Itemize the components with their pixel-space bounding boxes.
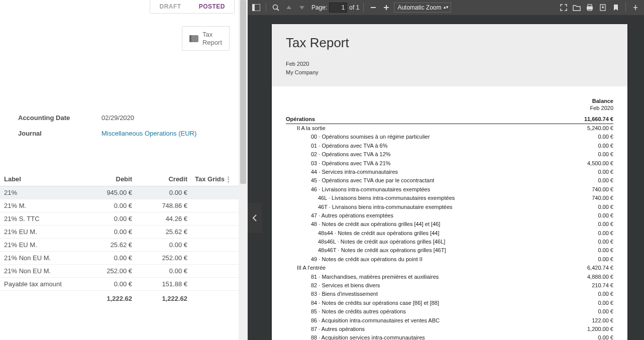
col-header-taxgrids[interactable]: Tax Grids — [187, 175, 225, 183]
book-icon — [189, 35, 198, 42]
search-icon[interactable] — [270, 2, 281, 13]
report-line: 01 · Opérations avec TVA à 6%0.00 € — [286, 142, 613, 150]
cell-label: 21% — [4, 189, 77, 196]
journal-value[interactable]: Miscellaneous Operations (EUR) — [101, 130, 196, 137]
report-line: 48s46L · Notes de crédit aux opérations … — [286, 238, 613, 246]
zoom-select[interactable]: Automatic Zoom ▴▾ — [394, 3, 451, 13]
report-line-amount: 0.00 € — [593, 133, 613, 141]
report-line: 47 · Autres opérations exemptées0.00 € — [286, 211, 613, 220]
zoom-out-icon[interactable] — [368, 2, 379, 13]
pdf-toolbar: Page: of 1 Automatic Zoom ▴▾ — [248, 0, 644, 15]
table-row[interactable]: 21% EU M.0.00 €25.62 € — [0, 225, 239, 239]
tab-posted[interactable]: POSTED — [189, 0, 235, 14]
kebab-icon[interactable]: ⋮ — [225, 175, 232, 183]
tax-report-button[interactable]: Tax Report — [182, 26, 230, 51]
cell-debit: 0.00 € — [77, 280, 132, 288]
cell-label: 21% S. TTC — [4, 215, 77, 222]
cell-label: 21% Non EU M. — [4, 254, 77, 262]
report-line: 85 · Notes de crédits autres opérations0… — [286, 307, 613, 316]
report-line-label: 84 · Notes de crédits sur opérations cas… — [286, 299, 439, 307]
left-scrollbar[interactable] — [239, 0, 248, 340]
table-row[interactable]: 21%945.00 €0.00 € — [0, 186, 239, 199]
table-row[interactable]: 21% Non EU M.0.00 €252.00 € — [0, 252, 239, 265]
report-line-label: 86 · Acquisition intra-communautaires et… — [286, 317, 440, 324]
report-line-label: 81 · Marchandises, matières premières et… — [286, 273, 439, 281]
print-icon[interactable] — [584, 2, 595, 13]
tax-report-button-label: Tax Report — [202, 31, 222, 46]
table-row[interactable]: Payable tax amount0.00 €151.88 € — [0, 278, 239, 291]
cell-debit: 25.62 € — [77, 241, 132, 249]
page-input[interactable] — [329, 3, 347, 13]
report-line-label: 47 · Autres opérations exemptées — [286, 212, 393, 219]
balance-period: Feb 2020 — [286, 104, 613, 111]
report-line-label: 83 · Biens d'investissement — [286, 290, 378, 298]
report-line-amount: 0.00 € — [593, 151, 613, 158]
page-label: Page: — [311, 4, 327, 11]
report-line-amount: 0.00 € — [593, 256, 613, 263]
scrollbar-thumb[interactable] — [240, 0, 246, 184]
cell-taxgrids — [187, 280, 225, 288]
status-tabs: DRAFT POSTED — [0, 0, 239, 14]
report-line: 87 · Autres opérations1,200.00 € — [286, 325, 613, 333]
report-line: 88 · Acquisition services intra-communau… — [286, 333, 613, 340]
cell-debit: 0.00 € — [77, 228, 132, 236]
report-line-label: 88 · Acquisition services intra-communau… — [286, 334, 425, 340]
report-line: 02 · Opérations avec TVA à 12%0.00 € — [286, 150, 613, 159]
next-page-icon[interactable] — [296, 2, 307, 13]
report-line-label: 48s46L · Notes de crédit aux opérations … — [286, 238, 445, 246]
cell-taxgrids — [187, 202, 225, 209]
journal-label: Journal — [18, 130, 101, 137]
report-line-amount: 0.00 € — [593, 299, 613, 307]
report-line-label: 82 · Services et biens divers — [286, 282, 380, 289]
report-line-label: 44 · Services intra-communautaires — [286, 168, 398, 176]
cell-label: 21% M. — [4, 202, 77, 209]
cell-credit: 0.00 € — [132, 267, 187, 275]
report-line-label: 46L · Livraisons biens intra-communautai… — [286, 194, 455, 202]
cell-taxgrids — [187, 241, 225, 249]
table-row[interactable]: 21% M.0.00 €748.86 € — [0, 199, 239, 212]
report-line: 45 · Opérations avec TVA due par le coco… — [286, 176, 613, 185]
report-line: 82 · Services et biens divers210.74 € — [286, 281, 613, 290]
download-icon[interactable] — [597, 2, 608, 13]
fullscreen-icon[interactable] — [558, 2, 569, 13]
prev-page-icon[interactable] — [283, 2, 294, 13]
pdf-stage[interactable]: Tax Report Feb 2020 My Company Balance F… — [248, 15, 644, 340]
zoom-in-icon[interactable] — [381, 2, 392, 13]
report-line-amount: 0.00 € — [593, 142, 613, 150]
report-line-amount: 740.00 € — [587, 186, 613, 193]
bookmark-icon[interactable] — [610, 2, 621, 13]
toggle-sidebar-icon[interactable] — [251, 2, 262, 13]
report-line-amount: 4,500.00 € — [582, 160, 613, 167]
svg-rect-7 — [588, 5, 592, 7]
report-line: 48s46T · Notes de crédit aux opérations … — [286, 246, 613, 255]
table-row[interactable]: 21% Non EU M.252.00 €0.00 € — [0, 265, 239, 278]
report-line: 03 · Opérations avec TVA à 21%4,500.00 € — [286, 159, 613, 168]
cell-credit: 0.00 € — [132, 189, 187, 196]
tools-icon[interactable] — [630, 2, 641, 13]
report-line-label: II A la sortie — [286, 125, 326, 132]
cell-taxgrids — [187, 254, 225, 262]
report-line-amount: 0.00 € — [593, 238, 613, 246]
cell-label: 21% EU M. — [4, 241, 77, 249]
report-line-label: 02 · Opérations avec TVA à 12% — [286, 151, 391, 158]
report-line-label: 87 · Autres opérations — [286, 325, 365, 333]
open-file-icon[interactable] — [571, 2, 582, 13]
report-line: 83 · Biens d'investissement0.00 € — [286, 290, 613, 298]
report-line-label: 48s46T · Notes de crédit aux opérations … — [286, 247, 446, 254]
report-line: 86 · Acquisition intra-communautaires et… — [286, 316, 613, 325]
accounting-date-label: Accounting Date — [18, 114, 101, 122]
table-row[interactable]: 21% S. TTC0.00 €44.26 € — [0, 212, 239, 225]
col-header-credit[interactable]: Credit — [132, 175, 187, 183]
col-header-label[interactable]: Label — [4, 175, 77, 183]
report-line: 84 · Notes de crédits sur opérations cas… — [286, 299, 613, 307]
cell-debit: 0.00 € — [77, 254, 132, 262]
svg-rect-1 — [252, 4, 255, 11]
table-row[interactable]: 21% EU M.25.62 €0.00 € — [0, 239, 239, 252]
cell-taxgrids — [187, 228, 225, 236]
cell-credit: 748.86 € — [132, 202, 187, 209]
report-line-amount: 210.74 € — [587, 282, 613, 289]
col-header-debit[interactable]: Debit — [77, 175, 132, 183]
report-line: 48s44 · Notes de crédit aux opérations g… — [286, 229, 613, 238]
cell-credit: 151.88 € — [132, 280, 187, 288]
cell-taxgrids — [187, 215, 225, 222]
